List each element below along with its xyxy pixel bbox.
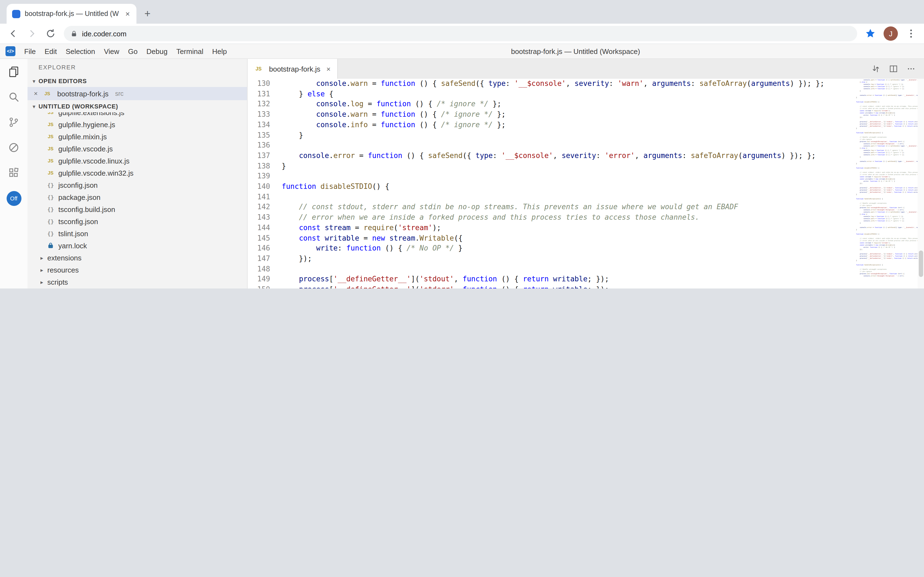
code-text xyxy=(282,192,286,202)
reload-icon[interactable] xyxy=(45,28,56,39)
workspace-label: UNTITLED (WORKSPACE) xyxy=(39,103,118,110)
new-tab-button[interactable]: + xyxy=(140,6,155,21)
app-logo-icon: </> xyxy=(5,46,15,56)
code-text: } xyxy=(282,161,286,171)
menu-edit[interactable]: Edit xyxy=(40,45,61,57)
code-text: console.warn = function () { /* ignore *… xyxy=(282,110,506,120)
off-toggle[interactable]: Off xyxy=(6,191,21,206)
scrollbar-thumb[interactable] xyxy=(919,250,923,277)
line-number: 131 xyxy=(247,89,282,99)
search-icon[interactable] xyxy=(0,84,27,110)
code-line: 146 write: function () { /* No OP */ } xyxy=(247,243,924,254)
tree-item-gulpfile.vscode.linux.js[interactable]: JSgulpfile.vscode.linux.js xyxy=(27,155,247,167)
js-file-icon: JS xyxy=(46,158,55,163)
extensions-icon[interactable] xyxy=(0,160,27,185)
editor-tab[interactable]: JS bootstrap-fork.js × xyxy=(247,59,338,79)
tree-item-tslint.json[interactable]: {}tslint.json xyxy=(27,227,247,240)
more-actions-icon[interactable] xyxy=(907,64,916,73)
workspace-header[interactable]: ▾ UNTITLED (WORKSPACE) xyxy=(27,100,247,112)
open-editors-label: OPEN EDITORS xyxy=(39,77,87,84)
code-line: 131 } else { xyxy=(247,89,924,99)
tree-item-gulpfile.vscode.win32.js[interactable]: JSgulpfile.vscode.win32.js xyxy=(27,167,247,179)
line-number: 142 xyxy=(247,202,282,213)
lock-icon xyxy=(71,30,77,37)
code-lines: 130 console.warn = function () { safeSen… xyxy=(247,79,924,288)
forward-icon[interactable] xyxy=(26,28,37,39)
open-editor-detail: src xyxy=(115,90,124,97)
menu-bar: </> FileEditSelectionViewGoDebugTerminal… xyxy=(0,44,924,59)
tree-item-gulpfile.extensions.js[interactable]: JSgulpfile.extensions.js xyxy=(27,112,247,118)
code-line: 138} xyxy=(247,161,924,171)
tree-item-label: package.json xyxy=(58,193,100,201)
address-bar[interactable]: ide.coder.com xyxy=(64,26,857,41)
chevron-down-icon: ▾ xyxy=(30,103,39,109)
json-file-icon: {} xyxy=(46,206,55,212)
code-text xyxy=(282,264,286,274)
tree-folder-resources[interactable]: ▸resources xyxy=(27,264,247,276)
code-line: 143 // error when we are inside a forked… xyxy=(247,213,924,223)
tree-item-label: jsconfig.json xyxy=(58,181,98,189)
menu-selection[interactable]: Selection xyxy=(61,45,100,57)
browser-menu-icon[interactable] xyxy=(906,28,917,39)
window-title: bootstrap-fork.js — Untitled (Workspace) xyxy=(231,47,920,55)
code-line: 136 xyxy=(247,140,924,151)
tree-item-yarn.lock[interactable]: yarn.lock xyxy=(27,240,247,251)
avatar[interactable]: J xyxy=(884,26,898,41)
code-line: 135 } xyxy=(247,130,924,140)
line-number: 141 xyxy=(247,192,282,202)
tree-item-label: extensions xyxy=(47,253,82,262)
line-number: 148 xyxy=(247,264,282,274)
tree-item-jsconfig.json[interactable]: {}jsconfig.json xyxy=(27,179,247,191)
sidebar: EXPLORER ▾ OPEN EDITORS × JS bootstrap-f… xyxy=(27,59,247,288)
line-number: 143 xyxy=(247,213,282,223)
tree-folder-src[interactable]: ▾src xyxy=(27,288,247,288)
line-number: 139 xyxy=(247,171,282,182)
open-editors-header[interactable]: ▾ OPEN EDITORS xyxy=(27,75,247,87)
tab-close-icon[interactable]: × xyxy=(326,65,330,73)
code-text: console.info = function () { /* ignore *… xyxy=(282,120,506,130)
menu-view[interactable]: View xyxy=(100,45,124,57)
code-text xyxy=(282,140,286,151)
menu-go[interactable]: Go xyxy=(124,45,142,57)
tree-item-gulpfile.vscode.js[interactable]: JSgulpfile.vscode.js xyxy=(27,143,247,155)
menu-debug[interactable]: Debug xyxy=(142,45,172,57)
site-favicon-icon xyxy=(12,10,20,18)
explorer-icon[interactable] xyxy=(0,59,27,84)
workbench: Off EXPLORER ▾ OPEN EDITORS × JS bootstr… xyxy=(0,59,924,288)
tree-item-gulpfile.mixin.js[interactable]: JSgulpfile.mixin.js xyxy=(27,131,247,143)
code-line: 133 console.warn = function () { /* igno… xyxy=(247,110,924,120)
open-editor-item[interactable]: × JS bootstrap-fork.js src xyxy=(27,87,247,100)
tab-close-icon[interactable]: × xyxy=(124,10,131,18)
split-editor-icon[interactable] xyxy=(889,64,898,73)
browser-tab[interactable]: bootstrap-fork.js — Untitled (W × xyxy=(6,4,137,24)
tree-item-gulpfile.hygiene.js[interactable]: JSgulpfile.hygiene.js xyxy=(27,118,247,131)
code-line: 145 const writable = new stream.Writable… xyxy=(247,233,924,243)
bookmark-star-icon[interactable] xyxy=(865,28,876,39)
screen: bootstrap-fork.js — Untitled (W × + ide.… xyxy=(0,0,924,288)
tree-folder-extensions[interactable]: ▸extensions xyxy=(27,251,247,264)
code-editor[interactable]: 130 console.warn = function () { safeSen… xyxy=(247,79,924,288)
menu-terminal[interactable]: Terminal xyxy=(172,45,208,57)
circle-slash-icon[interactable] xyxy=(0,135,27,160)
open-editor-name: bootstrap-fork.js xyxy=(57,89,108,98)
compare-icon[interactable] xyxy=(871,64,880,73)
chevron-right-icon: ▸ xyxy=(37,279,46,285)
browser-tab-title: bootstrap-fork.js — Untitled (W xyxy=(25,10,120,18)
tree-item-tsconfig.build.json[interactable]: {}tsconfig.build.json xyxy=(27,203,247,215)
editor-scrollbar[interactable] xyxy=(918,79,924,288)
back-icon[interactable] xyxy=(8,28,19,39)
menu-help[interactable]: Help xyxy=(208,45,231,57)
code-line: 140function disableSTDIO() { xyxy=(247,182,924,192)
menu-file[interactable]: File xyxy=(20,45,40,57)
tree-item-tsconfig.json[interactable]: {}tsconfig.json xyxy=(27,215,247,227)
lock-file-icon xyxy=(46,242,55,249)
tree-folder-scripts[interactable]: ▸scripts xyxy=(27,276,247,288)
close-editor-icon[interactable]: × xyxy=(32,90,40,97)
tree-item-label: gulpfile.vscode.js xyxy=(58,145,113,153)
url-text: ide.coder.com xyxy=(82,29,127,38)
browser-tab-strip: bootstrap-fork.js — Untitled (W × + xyxy=(0,0,924,24)
editor-tab-label: bootstrap-fork.js xyxy=(269,65,320,73)
code-text: console.warn = function () { safeSend({ … xyxy=(282,79,824,89)
tree-item-package.json[interactable]: {}package.json xyxy=(27,191,247,203)
source-control-icon[interactable] xyxy=(0,110,27,135)
